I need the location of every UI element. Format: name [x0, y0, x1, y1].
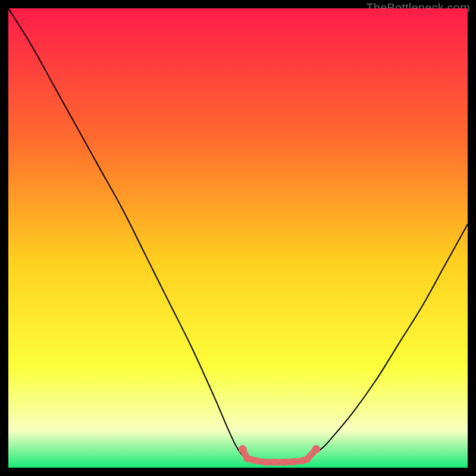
- marker-dot: [243, 455, 250, 462]
- marker-dot: [271, 459, 278, 466]
- gradient-background: [8, 8, 468, 468]
- marker-dot: [312, 445, 320, 453]
- marker-dot: [239, 445, 247, 453]
- marker-dot: [280, 459, 287, 466]
- marker-dot: [303, 456, 311, 463]
- chart-svg: [8, 8, 468, 468]
- marker-dot: [253, 457, 260, 464]
- chart-stage: TheBottleneck.com: [0, 0, 476, 476]
- bottleneck-chart: [8, 8, 468, 468]
- marker-dot: [262, 459, 269, 466]
- marker-dot: [290, 458, 297, 465]
